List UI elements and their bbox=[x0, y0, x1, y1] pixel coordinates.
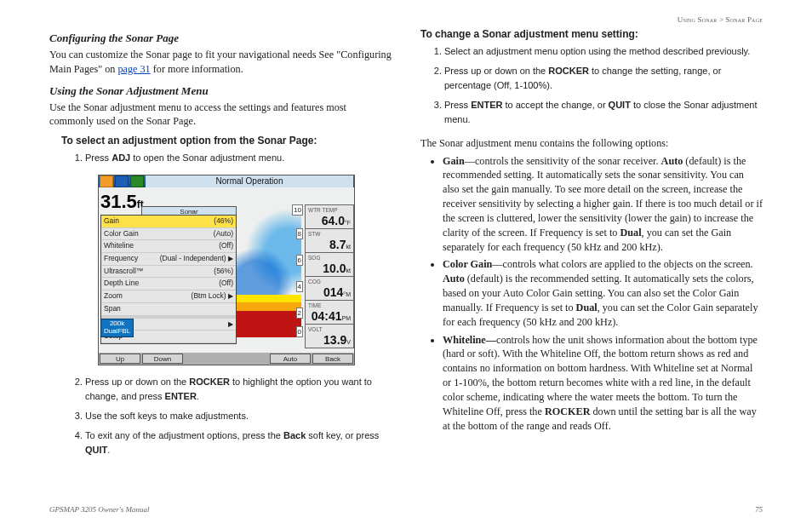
data-fields: WTR TEMP64.0°FSTW8.7ktSOG10.0ktCOG014°MT… bbox=[305, 204, 354, 337]
proc1-title: To select an adjustment option from the … bbox=[61, 134, 392, 148]
field-time: TIME04:41PM bbox=[305, 301, 354, 325]
globe-icon bbox=[115, 175, 129, 187]
title-normal-operation: Normal Operation bbox=[146, 175, 353, 187]
menu-item-depth-line[interactable]: Depth Line(Off) bbox=[101, 278, 236, 290]
options-list: Gain—controls the sensitivity of the son… bbox=[420, 154, 763, 437]
proc2-title: To change a Sonar adjustment menu settin… bbox=[420, 27, 763, 42]
menu-item-span[interactable]: Span bbox=[101, 303, 236, 316]
link-page-31[interactable]: page 31 bbox=[117, 63, 150, 75]
sat-icon bbox=[130, 175, 144, 187]
nav-icon bbox=[100, 175, 113, 187]
sonar-screenshot: Normal Operation 31.5ft Sonar Gain(46%)C… bbox=[98, 175, 355, 365]
right-column: To change a Sonar adjustment menu settin… bbox=[420, 27, 763, 467]
depth-ruler: 10 8 6 4 2 0 bbox=[293, 204, 303, 337]
menu-item-gain[interactable]: Gain(46%) bbox=[101, 216, 236, 228]
heading-using-menu: Using the Sonar Adjustment Menu bbox=[49, 83, 392, 99]
breadcrumb: Using Sonar > Sonar Page bbox=[49, 15, 763, 24]
menu-item-ultrascroll-[interactable]: Ultrascroll™(56%) bbox=[101, 266, 236, 279]
field-sog: SOG10.0kt bbox=[305, 253, 354, 277]
proc1-list-cont: Press up or down on the ROCKER to highli… bbox=[61, 374, 392, 462]
sonar-waterfall bbox=[237, 204, 301, 337]
softkey-auto[interactable]: Auto bbox=[270, 354, 311, 364]
left-column: Configuring the Sonar Page You can custo… bbox=[49, 27, 392, 467]
menu-item-zoom[interactable]: Zoom(Btm Lock) ▶ bbox=[101, 290, 236, 303]
softkey-back[interactable]: Back bbox=[312, 354, 353, 364]
menu-item-frequency[interactable]: Frequency(Dual - Independent) ▶ bbox=[101, 253, 236, 266]
proc2-list: Select an adjustment menu option using t… bbox=[420, 43, 763, 131]
heading-configuring: Configuring the Sonar Page bbox=[49, 31, 392, 46]
proc1-list: Press ADJ to open the Sonar adjustment m… bbox=[61, 150, 392, 170]
field-stw: STW8.7kt bbox=[305, 229, 354, 253]
menu-item-color-gain[interactable]: Color Gain(Auto) bbox=[101, 228, 236, 241]
footer: GPSMAP 3205 Owner's Manual 75 bbox=[49, 505, 763, 514]
field-cog: COG014°M bbox=[305, 277, 354, 301]
menu-item-whiteline[interactable]: Whiteline(Off) bbox=[101, 240, 236, 253]
softkeys[interactable]: UpDownAutoBack bbox=[99, 353, 354, 365]
field-volt: VOLT13.9V bbox=[305, 325, 354, 348]
depth-readout: 31.5ft bbox=[100, 189, 144, 215]
field-wtr-temp: WTR TEMP64.0°F bbox=[305, 204, 354, 229]
softkey-down[interactable]: Down bbox=[142, 354, 183, 364]
softkey-up[interactable]: Up bbox=[100, 354, 140, 364]
freq-badge: 200kDualFBL bbox=[100, 319, 134, 337]
